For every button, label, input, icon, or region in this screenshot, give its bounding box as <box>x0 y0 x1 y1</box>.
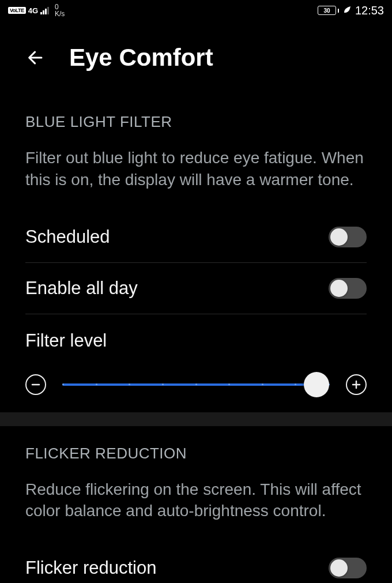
back-button[interactable] <box>25 47 46 68</box>
flicker-reduction-label: Flicker reduction <box>25 558 156 578</box>
scheduled-toggle[interactable] <box>329 227 367 247</box>
section-divider <box>0 412 392 426</box>
section-desc-blue-light: Filter out blue light to reduce eye fati… <box>25 147 367 191</box>
status-right: 30 12:53 <box>318 4 384 17</box>
status-left: VoLTE 4G 0 K/s <box>8 3 65 17</box>
flicker-reduction-toggle[interactable] <box>329 558 367 578</box>
enable-all-day-toggle[interactable] <box>329 278 367 299</box>
decrease-filter-button[interactable] <box>25 374 46 395</box>
scheduled-row[interactable]: Scheduled <box>25 212 367 263</box>
section-desc-flicker: Reduce flickering on the screen. This wi… <box>25 479 367 522</box>
page-header: Eye Comfort <box>0 21 392 83</box>
flicker-reduction-row[interactable]: Flicker reduction <box>25 543 367 583</box>
blue-light-section: BLUE LIGHT FILTER Filter out blue light … <box>0 113 392 583</box>
increase-filter-button[interactable] <box>346 374 367 395</box>
power-save-icon <box>342 5 352 16</box>
filter-level-row: Filter level <box>25 314 367 351</box>
volte-badge: VoLTE <box>8 7 26 14</box>
speed-unit: K/s <box>55 10 65 17</box>
battery-level: 30 <box>318 6 336 15</box>
section-title-flicker: FLICKER REDUCTION <box>25 445 367 462</box>
back-arrow-icon <box>26 48 46 67</box>
page-title: Eye Comfort <box>69 44 213 72</box>
battery-icon: 30 <box>318 6 339 15</box>
filter-level-label: Filter level <box>25 330 107 351</box>
slider-thumb[interactable] <box>304 372 329 397</box>
status-bar: VoLTE 4G 0 K/s 30 12:53 <box>0 0 392 21</box>
signal-icon <box>40 7 49 14</box>
network-type: 4G <box>28 6 38 15</box>
enable-all-day-row[interactable]: Enable all day <box>25 263 367 314</box>
data-speed: 0 K/s <box>55 3 65 17</box>
enable-all-day-label: Enable all day <box>25 278 138 299</box>
scheduled-label: Scheduled <box>25 227 110 247</box>
plus-icon <box>351 379 361 390</box>
section-title-blue-light: BLUE LIGHT FILTER <box>25 113 367 131</box>
filter-level-slider-row <box>25 351 367 412</box>
clock: 12:53 <box>355 4 384 17</box>
filter-level-slider[interactable] <box>62 383 330 386</box>
minus-icon <box>31 379 41 390</box>
